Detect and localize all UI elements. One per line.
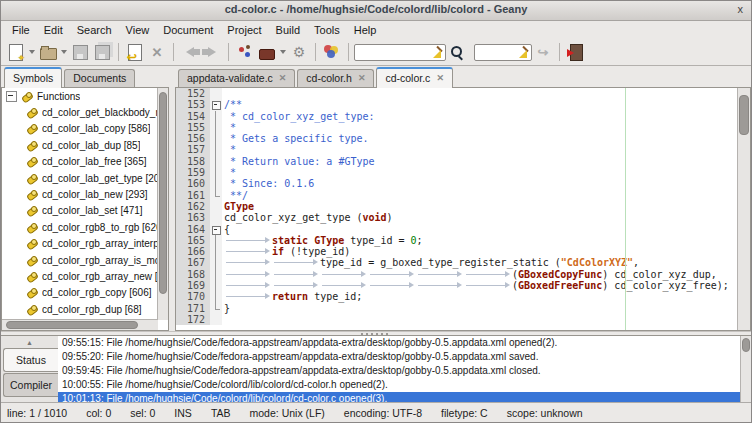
execute-button[interactable]: ⚙ bbox=[288, 41, 310, 63]
build-button[interactable] bbox=[256, 41, 278, 63]
build-dropdown[interactable] bbox=[278, 41, 288, 63]
code-line[interactable]: 157 * bbox=[176, 144, 738, 155]
expander-minus-icon[interactable] bbox=[6, 91, 17, 102]
menu-item-help[interactable]: Help bbox=[347, 22, 384, 38]
code-line[interactable]: 159 * bbox=[176, 167, 738, 178]
tree-root-functions[interactable]: Functions bbox=[2, 88, 168, 104]
panel-tab-compiler[interactable]: Compiler bbox=[3, 373, 58, 397]
symbol-item[interactable]: cd_color_lab_dup [85] bbox=[2, 137, 168, 153]
tab-symbols[interactable]: Symbols bbox=[4, 67, 62, 88]
menu-item-build[interactable]: Build bbox=[269, 22, 307, 38]
nav-back-button[interactable] bbox=[179, 41, 201, 63]
symbol-item[interactable]: cd_color_rgb_array_interpolate [9 bbox=[2, 236, 168, 252]
goto-line-button[interactable]: ↪ bbox=[532, 41, 554, 63]
open-file-dropdown[interactable] bbox=[59, 41, 69, 63]
code-line[interactable]: 160 * Since: 0.1.6 bbox=[176, 178, 738, 189]
new-file-dropdown[interactable] bbox=[27, 41, 37, 63]
find-button[interactable] bbox=[446, 41, 468, 63]
save-all-button[interactable] bbox=[91, 41, 113, 63]
code-line[interactable]: 158 * Return value: a #GType bbox=[176, 156, 738, 167]
goto-line-input[interactable] bbox=[474, 44, 532, 61]
code-line[interactable]: 152 bbox=[176, 88, 738, 99]
code-line[interactable]: 163cd_color_xyz_get_type (void) bbox=[176, 212, 738, 223]
save-button[interactable] bbox=[69, 41, 91, 63]
code-line[interactable]: 156 * Gets a specific type. bbox=[176, 133, 738, 144]
fold-margin[interactable] bbox=[210, 224, 222, 235]
tabs-scroll-up-button[interactable]: ▲ bbox=[1, 336, 58, 348]
tab-close-icon[interactable]: ✕ bbox=[358, 73, 366, 83]
code-line[interactable]: 169(GBoxedFreeFunc) cd_color_xyz_free); bbox=[176, 280, 738, 291]
status-message-row[interactable]: 09:55:15: File /home/hughsie/Code/fedora… bbox=[58, 336, 741, 350]
tab-close-icon[interactable]: ✕ bbox=[436, 73, 444, 83]
editor-vertical-scrollbar[interactable] bbox=[737, 88, 750, 330]
fold-margin bbox=[210, 167, 222, 178]
tab-documents[interactable]: Documents bbox=[64, 69, 135, 87]
tab-close-icon[interactable]: ✕ bbox=[279, 73, 287, 83]
code-text: (GBoxedCopyFunc) cd_color_xyz_dup, bbox=[222, 269, 717, 280]
code-line[interactable]: 167type_id = g_boxed_type_register_stati… bbox=[176, 257, 738, 268]
menu-item-file[interactable]: File bbox=[5, 22, 37, 38]
search-input[interactable] bbox=[354, 44, 446, 61]
symbol-item[interactable]: cd_color_rgb_copy [606] bbox=[2, 285, 168, 301]
quit-button[interactable] bbox=[565, 41, 587, 63]
code-line[interactable]: 172 bbox=[176, 314, 738, 325]
fold-collapse-icon[interactable] bbox=[212, 226, 221, 235]
title-bar[interactable]: cd-color.c - /home/hughsie/Code/colord/l… bbox=[1, 1, 751, 21]
symbol-item[interactable]: cd_color_lab_new [293] bbox=[2, 186, 168, 202]
symbol-item[interactable]: cd_color_rgb_array_is_monotonic bbox=[2, 252, 168, 268]
menu-item-project[interactable]: Project bbox=[220, 22, 268, 38]
revert-button[interactable] bbox=[124, 41, 146, 63]
code-line[interactable]: 166if (!type_id) bbox=[176, 246, 738, 257]
code-line[interactable]: 155 * bbox=[176, 122, 738, 133]
code-line[interactable]: 162GType bbox=[176, 201, 738, 212]
code-text: if (!type_id) bbox=[222, 246, 350, 257]
symbol-item[interactable]: cd_color_lab_set [471] bbox=[2, 203, 168, 219]
sidebar-horizontal-scrollbar[interactable] bbox=[2, 319, 158, 330]
status-message-row[interactable]: 10:00:55: File /home/hughsie/Code/colord… bbox=[58, 378, 741, 392]
code-area[interactable]: 152153/**154 * cd_color_xyz_get_type:155… bbox=[176, 88, 738, 330]
tab-file-appdata-validate-c[interactable]: appdata-validate.c✕ bbox=[178, 69, 295, 87]
tab-file-cd-color-c[interactable]: cd-color.c✕ bbox=[376, 67, 452, 88]
status-message-row[interactable]: 09:55:20: File /home/hughsie/Code/fedora… bbox=[58, 350, 741, 364]
editor-body[interactable]: 152153/**154 * cd_color_xyz_get_type:155… bbox=[175, 87, 751, 331]
fold-margin bbox=[210, 212, 222, 223]
nav-forward-button[interactable] bbox=[201, 41, 223, 63]
code-line[interactable]: 171} bbox=[176, 303, 738, 314]
scrollbar-thumb[interactable] bbox=[6, 321, 138, 329]
fold-collapse-icon[interactable] bbox=[212, 101, 221, 110]
scrollbar-thumb[interactable] bbox=[159, 92, 167, 294]
code-line[interactable]: 154 * cd_color_xyz_get_type: bbox=[176, 111, 738, 122]
code-line[interactable]: 164{ bbox=[176, 224, 738, 235]
code-line[interactable]: 168(GBoxedCopyFunc) cd_color_xyz_dup, bbox=[176, 269, 738, 280]
code-line[interactable]: 153/** bbox=[176, 99, 738, 110]
panel-tab-status[interactable]: Status bbox=[3, 348, 58, 372]
code-line[interactable]: 165static GType type_id = 0; bbox=[176, 235, 738, 246]
symbol-item[interactable]: cd_color_rgb_dup [68] bbox=[2, 301, 168, 317]
menu-item-document[interactable]: Document bbox=[156, 22, 220, 38]
window-close-icon[interactable]: x bbox=[738, 3, 744, 15]
fold-margin[interactable] bbox=[210, 99, 222, 110]
close-file-button[interactable]: ✕ bbox=[146, 41, 168, 63]
symbol-item[interactable]: cd_color_lab_get_type [203] bbox=[2, 170, 168, 186]
scrollbar-thumb[interactable] bbox=[742, 338, 750, 352]
scrollbar-thumb[interactable] bbox=[739, 95, 749, 135]
sidebar-vertical-scrollbar[interactable] bbox=[157, 88, 168, 320]
code-line[interactable]: 170return type_id; bbox=[176, 291, 738, 302]
code-line[interactable]: 161 **/ bbox=[176, 190, 738, 201]
menu-item-edit[interactable]: Edit bbox=[37, 22, 70, 38]
symbol-item[interactable]: cd_color_lab_copy [586] bbox=[2, 121, 168, 137]
symbol-item[interactable]: cd_color_rgb_array_new [896] bbox=[2, 268, 168, 284]
color-chooser-button[interactable] bbox=[321, 41, 343, 63]
tab-file-cd-color-h[interactable]: cd-color.h✕ bbox=[297, 69, 374, 87]
open-file-button[interactable] bbox=[37, 41, 59, 63]
menu-item-tools[interactable]: Tools bbox=[307, 22, 347, 38]
symbol-item[interactable]: cd_color_get_blackbody_rgb [99 bbox=[2, 104, 168, 120]
menu-item-search[interactable]: Search bbox=[70, 22, 119, 38]
compile-button[interactable] bbox=[234, 41, 256, 63]
new-file-button[interactable]: ✦ bbox=[5, 41, 27, 63]
menu-item-view[interactable]: View bbox=[119, 22, 157, 38]
messages-vertical-scrollbar[interactable] bbox=[740, 336, 751, 406]
symbol-item[interactable]: cd_color_rgb8_to_rgb [626] bbox=[2, 219, 168, 235]
status-message-row[interactable]: 09:59:45: File /home/hughsie/Code/fedora… bbox=[58, 364, 741, 378]
symbol-item[interactable]: cd_color_lab_free [365] bbox=[2, 154, 168, 170]
